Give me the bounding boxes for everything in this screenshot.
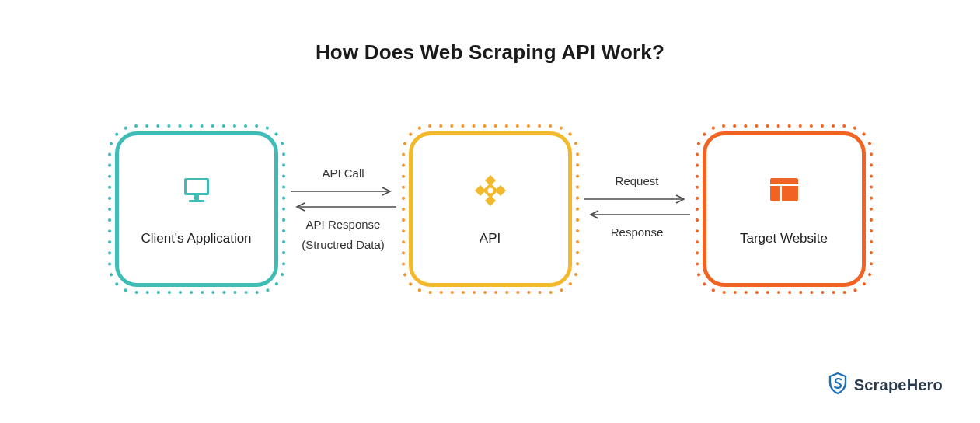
arrow-right-icon xyxy=(583,194,692,205)
svg-rect-3 xyxy=(194,195,199,200)
api-label: API xyxy=(480,231,500,246)
arrow-left-icon xyxy=(583,209,692,220)
webpage-icon xyxy=(767,172,801,209)
svg-rect-4 xyxy=(189,200,204,202)
brand-logo: ScrapeHero xyxy=(828,372,943,398)
api-call-label: API Call xyxy=(322,166,364,181)
client-label: Client's Application xyxy=(141,231,251,246)
target-box: Target Website xyxy=(703,131,866,287)
svg-rect-2 xyxy=(187,180,207,193)
svg-rect-11 xyxy=(474,185,485,196)
connector-client-api: API Call API Response (Structred Data) xyxy=(289,166,398,253)
client-box: Client's Application xyxy=(115,131,278,287)
shield-icon xyxy=(828,372,848,398)
client-box-wrap: Client's Application xyxy=(104,121,289,298)
target-box-wrap: Target Website xyxy=(692,121,877,298)
response-label: Response xyxy=(611,225,664,240)
svg-rect-10 xyxy=(484,195,495,206)
api-box: API xyxy=(409,131,572,287)
api-response-sub-label: (Structred Data) xyxy=(302,237,385,253)
svg-rect-12 xyxy=(494,185,505,196)
svg-point-13 xyxy=(487,188,493,194)
svg-rect-9 xyxy=(484,175,495,186)
request-label: Request xyxy=(616,173,659,189)
brand-name: ScrapeHero xyxy=(854,376,943,394)
api-diamond-icon xyxy=(473,172,508,209)
api-box-wrap: API xyxy=(398,121,583,298)
connector-api-target: Request Response xyxy=(583,173,692,246)
arrow-left-icon xyxy=(289,201,398,212)
svg-rect-18 xyxy=(770,178,798,185)
monitor-icon xyxy=(180,172,214,209)
arrow-right-icon xyxy=(289,186,398,197)
diagram-row: Client's Application API Call API Respon… xyxy=(0,121,980,298)
diagram-title: How Does Web Scraping API Work? xyxy=(0,0,980,65)
target-label: Target Website xyxy=(740,231,828,246)
api-response-label: API Response xyxy=(306,217,381,232)
